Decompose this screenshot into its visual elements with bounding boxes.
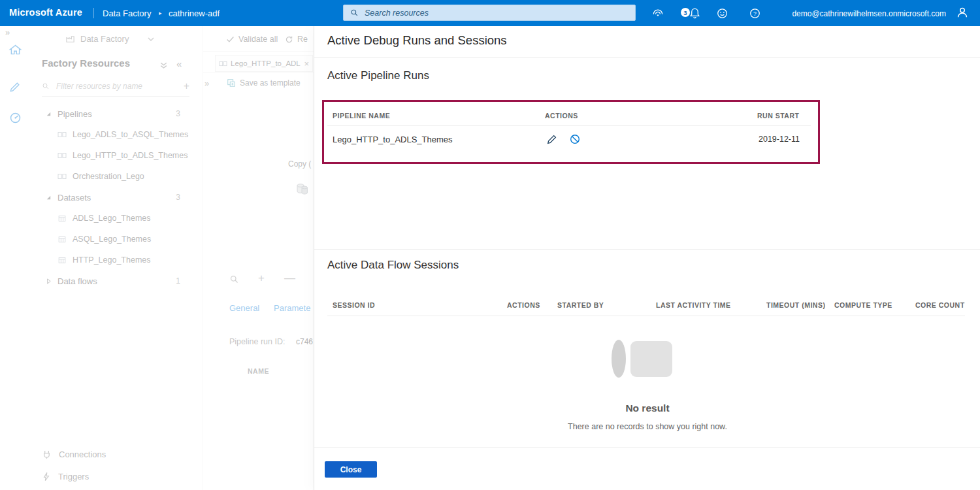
copy-activity-icon[interactable] (295, 180, 313, 201)
tab-parameters[interactable]: Paramete (274, 303, 310, 313)
signal-icon[interactable] (651, 6, 665, 20)
refresh-label: Re (297, 35, 308, 44)
pipeline-tab[interactable]: Lego_HTTP_to_ADLS... × (215, 55, 313, 72)
highlight-annotation (322, 100, 820, 164)
data-factory-label: Data Factory (80, 34, 129, 44)
chevron-expanded-icon[interactable] (46, 111, 54, 117)
run-id-value: c746 (296, 337, 313, 346)
close-tab-icon[interactable]: × (304, 59, 309, 69)
pipeline-icon (219, 60, 227, 67)
zoom-out-icon[interactable]: — (284, 272, 295, 285)
edit-pencil-icon[interactable] (546, 133, 558, 145)
factory-resources-panel: Data Factory Factory Resources « + Pipel… (31, 26, 203, 490)
tree-section-data-flows[interactable]: Data flows 1 (31, 270, 203, 291)
data-factory-icon (65, 34, 75, 44)
home-icon[interactable] (8, 43, 23, 57)
data-factory-selector[interactable]: Data Factory (65, 34, 155, 44)
save-as-template-icon (227, 78, 236, 88)
tree-item-label: HTTP_Lego_Themes (73, 255, 151, 265)
checkmark-icon (226, 35, 235, 44)
column-core-count: CORE COUNT (915, 301, 965, 309)
search-input[interactable] (363, 8, 635, 18)
tree-item-dataset[interactable]: ASQL_Lego_Themes (31, 229, 203, 250)
tree-section-pipelines[interactable]: Pipelines 3 (31, 103, 203, 124)
global-search[interactable] (343, 5, 636, 21)
account-avatar-icon[interactable] (955, 5, 970, 20)
tree-section-count: 1 (176, 276, 180, 286)
tree-item-label: ASQL_Lego_Themes (73, 235, 151, 244)
chevron-down-icon (147, 35, 155, 43)
refresh-button[interactable]: Re (285, 35, 308, 44)
zoom-in-icon[interactable]: + (258, 272, 265, 285)
chevron-collapsed-icon[interactable] (46, 278, 54, 284)
tree-item-label: Orchestration_Lego (73, 172, 144, 181)
chevron-expanded-icon[interactable] (46, 195, 54, 201)
tab-general[interactable]: General (229, 303, 259, 313)
feedback-smiley-icon[interactable] (715, 6, 729, 20)
account-email[interactable]: demo@cathrinewilhelmsen.onmicrosoft.com (792, 9, 946, 18)
run-id-label: Pipeline run ID: (229, 337, 285, 346)
empty-state-illustration (612, 338, 674, 379)
tree-section-count: 3 (176, 193, 180, 202)
pipeline-icon (57, 152, 67, 159)
pipeline-runs-title: Active Pipeline Runs (327, 69, 429, 82)
tree-section-label: Data flows (57, 276, 97, 286)
tree-item-pipeline[interactable]: Lego_ADLS_to_ASQL_Themes (31, 124, 203, 145)
empty-state-message: There are no records to show you right n… (314, 422, 980, 431)
pipeline-run-start: 2019-12-11 (759, 135, 800, 144)
cancel-run-icon[interactable] (569, 133, 581, 145)
dataset-table-icon (57, 235, 67, 244)
empty-state-title: No result (314, 402, 980, 414)
connections-label: Connections (59, 449, 106, 459)
empty-cylinder-shape (612, 340, 626, 378)
tree-item-pipeline[interactable]: Lego_HTTP_to_ADLS_Themes (31, 145, 203, 166)
collapse-all-icon[interactable] (159, 60, 168, 72)
pipeline-icon (57, 131, 67, 139)
add-resource-icon[interactable]: + (184, 81, 189, 91)
tree-item-dataset[interactable]: ADLS_Lego_Themes (31, 208, 203, 229)
validate-all-label: Validate all (238, 35, 278, 44)
tree-item-dataset[interactable]: HTTP_Lego_Themes (31, 250, 203, 270)
tree-section-label: Pipelines (57, 109, 92, 119)
empty-rounded-square-shape (630, 341, 672, 377)
author-pencil-icon[interactable] (8, 80, 23, 95)
topbar-divider (93, 8, 94, 18)
filter-resources-input[interactable] (55, 81, 178, 91)
zoom-search-icon[interactable] (229, 274, 239, 287)
breadcrumb-section[interactable]: Data Factory (103, 8, 151, 18)
column-compute-type: COMPUTE TYPE (834, 301, 892, 309)
column-actions: ACTIONS (545, 112, 578, 120)
topbar: Microsoft Azure Data Factory ▸ cathrinew… (0, 0, 980, 26)
expand-toolbar-icon[interactable]: » (204, 78, 209, 88)
column-session-id: SESSION ID (333, 301, 375, 309)
connections-link[interactable]: Connections (42, 449, 106, 459)
breadcrumb-resource[interactable]: cathrinew-adf (169, 8, 220, 18)
save-as-template-label: Save as template (240, 78, 301, 88)
validate-all-button[interactable]: Validate all (226, 35, 278, 44)
notifications-badge: 3 (681, 8, 690, 17)
column-run-start: RUN START (757, 112, 799, 120)
expand-rail-icon[interactable]: » (5, 27, 10, 37)
activity-label: Copy ( (288, 159, 311, 169)
left-rail: » (0, 26, 32, 490)
filter-resources[interactable]: + (42, 81, 189, 97)
close-button[interactable]: Close (325, 461, 377, 478)
breadcrumb-chevron-icon: ▸ (159, 10, 162, 16)
tree-item-label: Lego_ADLS_to_ASQL_Themes (73, 130, 188, 139)
monitor-gauge-icon[interactable] (8, 111, 23, 125)
panel-title: Active Debug Runs and Sessions (327, 33, 507, 48)
tree-section-count: 3 (176, 109, 180, 118)
tree-item-label: ADLS_Lego_Themes (73, 214, 151, 223)
azure-brand[interactable]: Microsoft Azure (9, 7, 82, 18)
column-actions: ACTIONS (507, 301, 540, 309)
tree-section-datasets[interactable]: Datasets 3 (31, 187, 203, 208)
dataset-table-icon (57, 256, 67, 265)
triggers-link[interactable]: Triggers (42, 472, 89, 482)
save-as-template-button[interactable]: Save as template (227, 78, 301, 88)
help-icon[interactable]: ? (747, 6, 762, 20)
notifications-bell-icon[interactable]: 3 (687, 6, 702, 20)
pipeline-run-name: Lego_HTTP_to_ADLS_Themes (333, 135, 453, 144)
tree-item-pipeline[interactable]: Orchestration_Lego (31, 166, 203, 187)
collapse-panel-icon[interactable]: « (176, 58, 182, 69)
filter-search-icon (42, 82, 50, 90)
